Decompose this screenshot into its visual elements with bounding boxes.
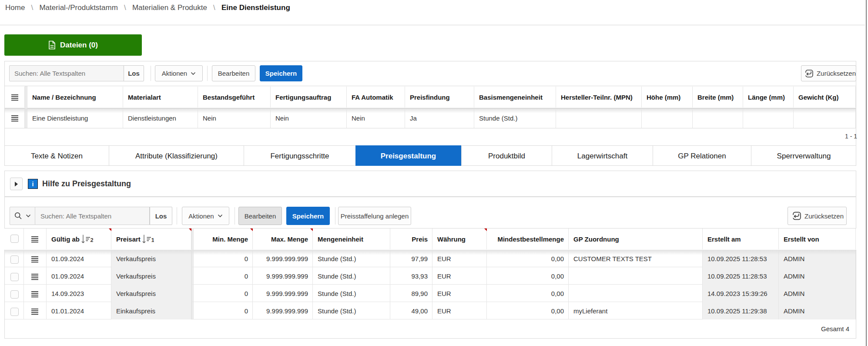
svg-text:1: 1 — [151, 237, 154, 243]
svg-text:2: 2 — [90, 237, 94, 243]
